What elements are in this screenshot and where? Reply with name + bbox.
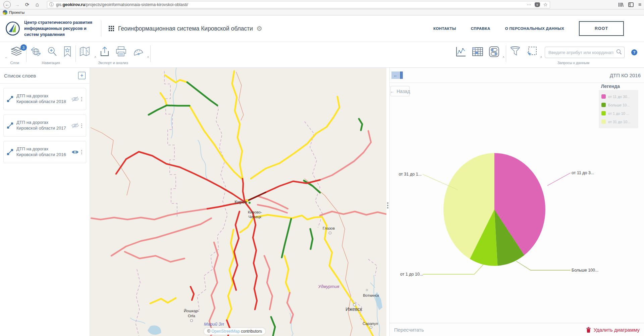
bookmark-flag-button[interactable] [63, 46, 72, 59]
reload-icon: ⟳ [25, 2, 30, 8]
collapse-panel-button[interactable]: ← [391, 71, 403, 79]
layer-name: ДТП на дорогах Кировской области 2016 [14, 146, 71, 157]
basemap-expand-icon[interactable]: ˄ [95, 55, 96, 59]
measure-button[interactable] [132, 46, 145, 59]
layer-item-2018[interactable]: ДТП на дорогах Кировской области 2018 ⋮ [3, 88, 86, 110]
pie-callout-pink: от 11 до 3... [572, 171, 594, 175]
pocket-icon[interactable]: ∨ [535, 2, 540, 7]
layers-sidebar: Список слоев + ДТП на дорогах Кировской … [0, 68, 90, 336]
bookmark-projects[interactable]: Проекты [9, 10, 24, 14]
globe-refresh-button[interactable] [30, 46, 42, 59]
visibility-off-icon[interactable] [71, 96, 79, 102]
layer-menu-icon[interactable]: ⋮ [79, 123, 84, 129]
legend-item[interactable]: от 1 до 10 ... [601, 109, 636, 117]
legend-swatch [601, 103, 606, 107]
org-logo-block[interactable]: Центр стратегического развития информаци… [5, 19, 92, 38]
search-icon[interactable] [616, 49, 622, 56]
filter-button[interactable] [509, 46, 521, 59]
osm-link[interactable]: OpenStreetMap [211, 329, 240, 334]
forward-icon: → [15, 2, 20, 7]
bookmark-star-icon[interactable]: ☆ [543, 2, 548, 8]
legend-swatch [601, 94, 606, 99]
legend-item[interactable]: от 11 до 30... [601, 92, 636, 101]
sidebar-toggle-icon[interactable] [628, 2, 634, 7]
query-tool-group: ˄ ? Запросы к данным [506, 45, 641, 65]
header-divider [101, 20, 101, 37]
browser-toolbar: ← → ⟳ ⌂ ⓘ gis.geokirov.ru/projects/geoin… [0, 0, 644, 9]
measure-expand-icon[interactable]: ˄ [147, 55, 149, 59]
user-root-button[interactable]: ROOT [579, 21, 624, 36]
help-icon[interactable]: ? [631, 49, 637, 55]
leader-line [516, 261, 571, 270]
browser-home-button[interactable]: ⌂ [33, 1, 42, 9]
search-input[interactable] [545, 47, 625, 58]
chart-button[interactable] [455, 46, 467, 59]
library-icon[interactable] [618, 2, 624, 7]
layers-button[interactable]: 3 [10, 46, 23, 58]
map-label-mariy-el: Марий Эл [204, 322, 224, 327]
page-title: Геоинформационная система Кировской обла… [118, 25, 253, 32]
nav-personal-data[interactable]: О ПЕРСОНАЛЬНЫХ ДАННЫХ [505, 27, 564, 31]
layers-group-label: Слои [10, 61, 19, 65]
legend-title: Легенда [601, 84, 620, 89]
nav-contacts[interactable]: КОНТАКТЫ [433, 27, 456, 31]
map-label-votkinsk: Воткинск [363, 293, 379, 297]
settings-gear-icon[interactable]: ⚙ [256, 25, 262, 33]
site-header: Центр стратегического развития информаци… [0, 15, 644, 42]
layers-expand-icon[interactable]: ⌄ [5, 55, 7, 59]
polyline-layer-icon [6, 95, 14, 103]
legend-item[interactable]: от 31 до 10... [601, 117, 636, 126]
url-bar[interactable]: ⓘ gis.geokirov.ru/projects/geoinformatsi… [47, 1, 550, 8]
map-label-kirovo-chepetsk-1: Кирово- [248, 210, 262, 214]
legend-item[interactable]: Больше 10... [601, 101, 636, 109]
export-tool-group: ˄ ˄ Экспорт и анализ [76, 45, 151, 65]
basemap-button[interactable] [79, 46, 92, 59]
visibility-off-icon[interactable] [71, 122, 79, 129]
layer-menu-icon[interactable]: ⋮ [79, 149, 84, 155]
layer-name: ДТП на дорогах Кировской области 2017 [14, 120, 71, 131]
export-upload-button[interactable] [99, 46, 110, 59]
url-text-host: geokirov.ru [62, 2, 85, 7]
select-area-button[interactable] [526, 46, 538, 59]
print-button[interactable] [115, 46, 127, 59]
browser-forward-button[interactable]: → [13, 1, 21, 9]
panel-splitter[interactable] [386, 68, 390, 336]
home-icon: ⌂ [36, 1, 39, 8]
layer-item-2017[interactable]: ДТП на дорогах Кировской области 2017 ⋮ [3, 114, 86, 137]
map-label-glazov: Глазов [323, 226, 335, 230]
add-layer-button[interactable]: + [78, 72, 86, 79]
visibility-on-icon[interactable] [71, 149, 79, 155]
zoom-in-button[interactable] [47, 46, 58, 59]
browser-back-button[interactable]: ← [3, 1, 11, 9]
pie-callout-chartreuse: от 1 до 10... [400, 272, 423, 277]
splitter-handle-icon[interactable] [387, 202, 388, 208]
diagram-panel: ← ДТП КО 2016 ← Назад Легенда от 11 до 3… [390, 68, 644, 336]
toggles-expand-icon[interactable]: ˄ [502, 55, 504, 59]
layer-menu-icon[interactable]: ⋮ [79, 96, 84, 102]
apps-grid-icon[interactable] [109, 26, 114, 31]
map-label-kirov: Киров [234, 199, 247, 204]
delete-diagram-button[interactable]: Удалить диаграмму [586, 327, 640, 333]
map-label-kirovo-chepetsk-2: Чепецк [249, 215, 262, 219]
polyline-layer-icon [6, 148, 14, 156]
browser-reload-button[interactable]: ⟳ [23, 1, 32, 9]
select-expand-icon[interactable]: ˄ [540, 55, 542, 59]
menu-icon[interactable]: ≡ [638, 2, 641, 8]
leader-line [547, 173, 571, 186]
site-info-icon[interactable]: ⓘ [49, 2, 54, 8]
nav-help[interactable]: СПРАВКА [471, 27, 490, 31]
attribute-table-button[interactable] [472, 47, 484, 58]
layers-count-badge: 3 [20, 44, 27, 51]
layers-list-title: Список слоев [4, 73, 36, 79]
navigation-tool-group: Навигация [26, 45, 75, 65]
back-button[interactable]: ← Назад [390, 86, 410, 96]
recalculate-button[interactable]: Пересчитать [394, 327, 424, 333]
pie-callout-pale: от 31 до 1... [399, 172, 422, 177]
map-canvas[interactable]: Киров Кирово- Чепецк Глазов Ижевск Вотки… [90, 68, 386, 336]
page-actions-icon[interactable]: ⋯ [527, 2, 531, 7]
layer-item-2016[interactable]: ДТП на дорогах Кировской области 2016 ⋮ [3, 141, 86, 163]
layer-toggles-button[interactable] [488, 46, 500, 59]
pie-callout-darkgreen: Больше 100... [572, 268, 598, 273]
org-logo [5, 21, 20, 36]
legend-swatch [601, 111, 606, 115]
